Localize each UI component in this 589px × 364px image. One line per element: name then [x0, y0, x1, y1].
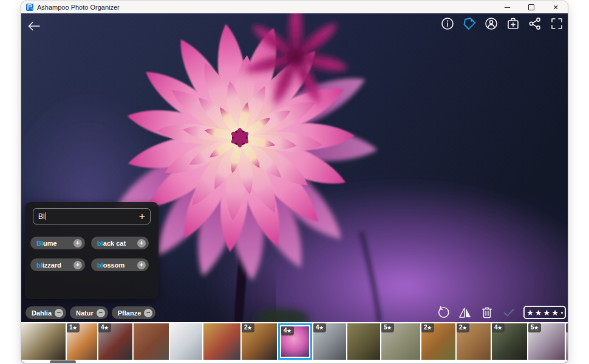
tag-editor-panel: Bl + Blume+black cat+blizzard+blossom+ [25, 202, 158, 299]
thumbnail-black-white-dog[interactable]: 4★ [492, 323, 527, 360]
tag-input-value: Bl [38, 212, 45, 221]
tag-suggestion-blossom[interactable]: blossom+ [91, 258, 149, 271]
flip-horizontal-icon[interactable] [458, 305, 472, 320]
suggestion-label: blizzard [36, 261, 61, 269]
image-controls: ★★★★ [436, 305, 566, 320]
assigned-tag-pflanze[interactable]: Pflanze− [112, 306, 156, 319]
suggestion-label: blossom [97, 261, 124, 269]
rating-badge: 5★ [566, 323, 568, 332]
thumbnail-dog-forest[interactable] [347, 323, 380, 360]
thumbnail-dog-in-field[interactable]: 2★ [457, 323, 491, 360]
content-area: Bl + Blume+black cat+blizzard+blossom+ D… [21, 13, 568, 363]
assigned-tag-dahlia[interactable]: Dahlia− [26, 306, 66, 319]
thumbnail-photo [347, 323, 380, 360]
thumbnail-white-cat[interactable]: 4★ [313, 323, 346, 360]
window-controls: ✕ [495, 1, 568, 13]
close-icon: ✕ [553, 4, 558, 12]
remove-tag-icon[interactable]: − [144, 309, 152, 317]
window-title: Ashampoo Photo Organizer [37, 4, 120, 11]
tag-label: Natur [76, 309, 94, 317]
tag-label: Dahlia [32, 309, 52, 317]
add-suggestion-icon[interactable]: + [137, 261, 146, 269]
suggestion-label: Blume [36, 240, 57, 247]
rating-badge: 5★ [381, 323, 394, 332]
thumbnail-golden-retriever[interactable]: 2★ [242, 323, 277, 360]
app-logo-icon [26, 4, 33, 11]
rating-badge: 1★ [67, 323, 80, 332]
tag-suggestion-black-cat[interactable]: black cat+ [91, 237, 149, 249]
add-suggestion-icon[interactable]: + [73, 239, 82, 248]
rating-badge: 2★ [421, 323, 434, 332]
minimize-icon [505, 7, 510, 8]
tag-suggestion-blume[interactable]: Blume+ [30, 237, 85, 249]
rating-badge: 2★ [242, 323, 254, 332]
rating-badge: 4★ [98, 323, 111, 332]
tag-suggestions: Blume+black cat+blizzard+blossom+ [30, 237, 149, 271]
rating-badge: 2★ [457, 323, 469, 332]
rating-badge: 5★ [528, 323, 541, 332]
share-icon[interactable] [528, 16, 542, 31]
remove-tag-icon[interactable]: − [97, 309, 105, 317]
assigned-tags: Dahlia−Natur−Pflanze− [26, 306, 155, 319]
rating-badge: 4★ [281, 326, 294, 335]
album-add-icon[interactable] [506, 16, 520, 31]
assigned-tag-natur[interactable]: Natur− [70, 306, 108, 319]
top-toolbar [440, 16, 564, 31]
remove-tag-icon[interactable]: − [55, 309, 63, 317]
rating-badge: 4★ [313, 323, 326, 332]
rotate-left-icon[interactable] [436, 305, 451, 320]
filmstrip-scrollbar[interactable] [50, 360, 76, 363]
thumbnail-pug-orange-hood[interactable]: 1★ [67, 323, 97, 360]
rating-badge: 4★ [492, 323, 505, 332]
check-icon[interactable] [502, 305, 516, 320]
star-icon[interactable]: ★ [535, 309, 542, 317]
thumbnail-photo [170, 323, 202, 360]
thumbnail-pug-yellow-hat[interactable] [21, 323, 66, 360]
thumbnail-black-cat-colorful[interactable] [203, 323, 240, 360]
thumbnail-brown-dog-petted[interactable] [134, 323, 169, 360]
add-suggestion-icon[interactable]: + [73, 261, 82, 269]
tag-icon[interactable] [462, 16, 477, 31]
thumbnail-photo [21, 323, 66, 360]
titlebar: Ashampoo Photo Organizer ✕ [21, 1, 568, 13]
thumbnail-dog-skateboard[interactable]: 4★ [98, 323, 132, 360]
thumbnail-photo [134, 323, 169, 360]
minimize-button[interactable] [495, 1, 519, 13]
thumbnail-photo [203, 323, 240, 360]
close-button[interactable]: ✕ [543, 1, 568, 13]
suggestion-label: black cat [97, 240, 126, 247]
star-icon[interactable]: ★ [551, 309, 559, 317]
filmstrip: 1★4★2★4★4★5★2★2★4★5★5★ [21, 323, 568, 360]
star-icon[interactable]: ★ [543, 309, 551, 317]
app-window: Ashampoo Photo Organizer ✕ [21, 1, 568, 363]
thumbnail-person-balloons-field[interactable]: 5★ [381, 323, 420, 360]
tag-input[interactable]: Bl + [33, 208, 151, 224]
back-button[interactable] [26, 18, 42, 34]
fullscreen-icon[interactable] [550, 16, 564, 31]
thumbnail-dahlia-flower-selected[interactable]: 4★ [278, 323, 312, 360]
thumbnail-fox[interactable]: 2★ [421, 323, 455, 360]
screenshot-stage: Ashampoo Photo Organizer ✕ [0, 0, 589, 364]
thumbnail-person-dog-snow[interactable]: 5★ [528, 323, 565, 360]
add-suggestion-icon[interactable]: + [137, 239, 146, 248]
maximize-button[interactable] [519, 1, 543, 13]
thumbnail-cat-in-snow[interactable] [170, 323, 202, 360]
tag-suggestion-blizzard[interactable]: blizzard+ [30, 258, 85, 271]
star-icon[interactable]: ★ [526, 309, 534, 317]
thumbnail-partial-edge[interactable]: 5★ [566, 323, 568, 360]
trash-icon[interactable] [480, 305, 494, 320]
maximize-icon [528, 4, 534, 10]
tag-label: Pflanze [118, 309, 141, 317]
info-icon[interactable] [440, 16, 455, 31]
empty-star-dot-icon[interactable] [561, 312, 563, 314]
person-icon[interactable] [484, 16, 499, 31]
text-caret [46, 212, 46, 220]
rating-control[interactable]: ★★★★ [523, 306, 566, 319]
add-tag-plus-icon[interactable]: + [139, 211, 145, 221]
filmstrip-wrap: 1★4★2★4★4★5★2★2★4★5★5★ [21, 322, 568, 363]
